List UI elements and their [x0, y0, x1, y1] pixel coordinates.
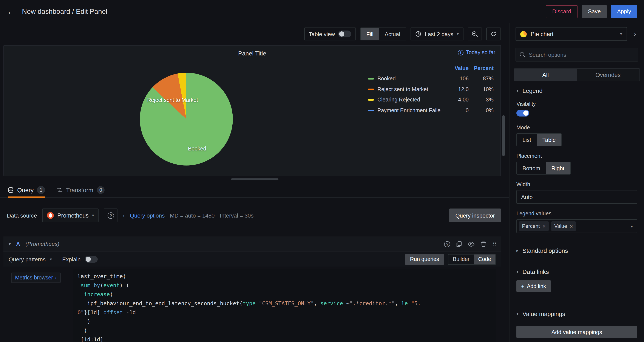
drag-handle-icon[interactable]: ⠿: [492, 241, 496, 247]
series-name: Payment Enrichment Failed: [378, 107, 441, 113]
legend-value-chip[interactable]: Percent×: [519, 221, 549, 231]
explain-switch[interactable]: [85, 256, 98, 263]
visualization-name: Pie chart: [530, 31, 554, 37]
collapse-options-button[interactable]: ›: [630, 30, 640, 38]
tab-query[interactable]: Query 1: [8, 182, 45, 197]
datasource-help-button[interactable]: ?: [104, 209, 118, 222]
pie-chart-icon: [520, 31, 527, 37]
query-options-toggle[interactable]: Query options: [130, 212, 165, 219]
panel-time-info[interactable]: i Today so far: [458, 49, 495, 55]
query-editor-body: Metrics browser › last_over_time( sum by…: [4, 267, 501, 342]
remove-chip-icon[interactable]: ×: [542, 223, 546, 229]
series-percent: 87%: [469, 76, 494, 82]
legend-row[interactable]: Clearing Rejected4.003%: [368, 95, 494, 105]
legend-section: ▾ Legend Visibility Mode List Table: [510, 87, 644, 241]
promql-code-editor[interactable]: last_over_time( sum by(event) ( increase…: [73, 269, 496, 342]
apply-button[interactable]: Apply: [611, 5, 637, 18]
legend-width-input[interactable]: [516, 190, 637, 204]
eye-icon[interactable]: [468, 241, 475, 247]
value-mappings-section: ▾ Value mappings Add value mappings: [510, 300, 644, 342]
query-patterns-dropdown[interactable]: Query patterns: [8, 256, 46, 263]
datasource-picker[interactable]: Prometheus ▾: [42, 209, 99, 222]
collapse-query-icon[interactable]: ▾: [8, 242, 11, 246]
tab-overrides[interactable]: Overrides: [577, 69, 640, 81]
datasource-row: Data source Prometheus ▾ ? › Query optio…: [0, 208, 509, 223]
header: ← New dashboard / Edit Panel Discard Sav…: [0, 0, 644, 23]
legend-row[interactable]: Booked10687%: [368, 73, 494, 84]
legend-value-chip[interactable]: Value×: [551, 221, 576, 231]
legend-visibility-switch[interactable]: [516, 110, 529, 116]
chevron-down-icon: ▾: [92, 213, 94, 217]
legend-placement-switch: Bottom Right: [516, 162, 570, 175]
legend-col-value[interactable]: Value: [441, 65, 469, 71]
series-color-swatch: [368, 78, 374, 80]
run-queries-button[interactable]: Run queries: [406, 253, 444, 265]
remove-chip-icon[interactable]: ×: [570, 223, 573, 229]
metrics-browser-link[interactable]: Metrics browser ›: [11, 273, 60, 283]
chevron-down-icon: ▾: [516, 312, 518, 316]
scrollbar[interactable]: [502, 115, 505, 156]
refresh-button[interactable]: [486, 27, 501, 40]
grafana-edit-panel: ← New dashboard / Edit Panel Discard Sav…: [0, 0, 644, 342]
code-option[interactable]: Code: [474, 254, 495, 264]
query-datasource-hint: (Prometheus): [26, 241, 60, 247]
save-button[interactable]: Save: [582, 5, 607, 18]
back-button[interactable]: ←: [7, 7, 15, 15]
tab-transform-label: Transform: [66, 186, 94, 193]
visualization-picker[interactable]: Pie chart ▾: [516, 27, 627, 41]
standard-options-header[interactable]: ▸ Standard options: [516, 247, 637, 254]
standard-options-section: ▸ Standard options: [510, 241, 644, 262]
placement-right-option[interactable]: Right: [546, 162, 570, 174]
prometheus-logo-icon: [47, 212, 54, 219]
legend-col-percent[interactable]: Percent: [469, 65, 494, 71]
table-view-switch[interactable]: [338, 30, 351, 37]
trash-icon[interactable]: [481, 241, 486, 247]
copy-icon[interactable]: [456, 241, 462, 247]
query-help-icon[interactable]: ?: [444, 241, 450, 247]
legend-row[interactable]: Reject sent to Market12.010%: [368, 84, 494, 95]
data-links-header[interactable]: ▾ Data links: [516, 268, 637, 275]
add-link-button[interactable]: + Add link: [516, 280, 551, 292]
placement-bottom-option[interactable]: Bottom: [517, 162, 546, 174]
resize-handle[interactable]: [231, 178, 278, 180]
width-label: Width: [516, 181, 637, 187]
options-search[interactable]: [516, 48, 638, 61]
panel-preview: Panel Title i Today so far Reject sent t…: [4, 45, 501, 176]
chevron-down-icon: ▾: [516, 89, 518, 93]
query-ref-id[interactable]: A: [16, 241, 20, 247]
mode-table-option[interactable]: Table: [537, 134, 561, 146]
value-mappings-header[interactable]: ▾ Value mappings: [516, 311, 637, 317]
editor-main: Table view Fill Actual Last 2 days ▾: [0, 23, 509, 342]
series-name: Booked: [378, 76, 441, 82]
series-color-swatch: [368, 99, 374, 101]
pie-slice-label: Booked: [188, 146, 206, 152]
chevron-down-icon: ▾: [631, 225, 633, 229]
panel-title: Panel Title: [238, 50, 266, 57]
datasource-label: Data source: [7, 212, 37, 219]
discard-button[interactable]: Discard: [546, 5, 578, 18]
zoom-out-button[interactable]: [468, 27, 482, 40]
legend-section-header[interactable]: ▾ Legend: [516, 87, 637, 94]
legend-values-multiselect[interactable]: Percent×Value× ▾: [516, 219, 637, 233]
chevron-down-icon: ▾: [516, 270, 518, 274]
series-value: 106: [441, 76, 469, 82]
placement-label: Placement: [516, 153, 637, 159]
builder-option[interactable]: Builder: [448, 254, 474, 264]
time-range-picker[interactable]: Last 2 days ▾: [410, 27, 464, 40]
query-editor-card: ▾ A (Prometheus) ? ⠿ Query patterns ▾: [4, 237, 501, 342]
options-search-input[interactable]: [529, 51, 634, 58]
fill-option[interactable]: Fill: [360, 28, 379, 40]
tab-all-options[interactable]: All: [514, 69, 577, 81]
chip-label: Value: [554, 223, 567, 229]
actual-option[interactable]: Actual: [379, 28, 406, 40]
series-percent: 3%: [469, 97, 494, 103]
legend-row[interactable]: Payment Enrichment Failed00%: [368, 105, 494, 116]
add-value-mappings-button[interactable]: Add value mappings: [516, 326, 637, 338]
query-inspector-button[interactable]: Query inspector: [449, 209, 501, 222]
page-title: New dashboard / Edit Panel: [22, 7, 107, 15]
tab-transform[interactable]: Transform 0: [56, 182, 104, 197]
clock-icon: [415, 31, 421, 37]
series-percent: 0%: [469, 107, 494, 113]
table-view-toggle[interactable]: Table view: [304, 27, 356, 40]
mode-list-option[interactable]: List: [517, 134, 537, 146]
